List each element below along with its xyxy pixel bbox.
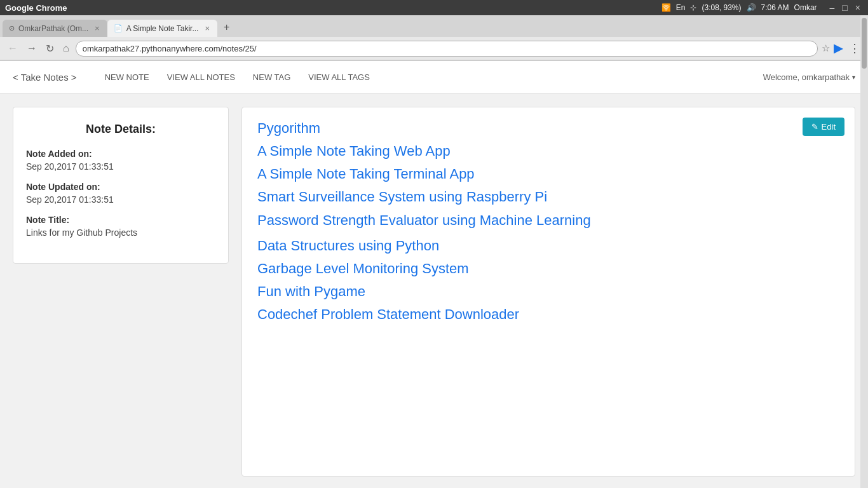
clock: 7:06 AM bbox=[761, 3, 789, 12]
edit-button[interactable]: ✎ Edit bbox=[803, 118, 844, 136]
note-link-pygorithm[interactable]: Pygorithm bbox=[257, 120, 839, 137]
tab-note[interactable]: 📄 A Simple Note Takir... × bbox=[107, 20, 217, 37]
os-user: Omkar bbox=[794, 3, 817, 12]
tab-note-close[interactable]: × bbox=[205, 24, 210, 33]
updated-value: Sep 20,2017 01:33:51 bbox=[26, 194, 215, 205]
nav-user-caret: ▾ bbox=[852, 74, 855, 81]
note-title-label: Note Title: bbox=[26, 215, 215, 225]
note-link-data-structures[interactable]: Data Structures using Python bbox=[257, 238, 839, 254]
tab-github[interactable]: ⊙ OmkarPathak (Om... × bbox=[3, 20, 107, 37]
page-scrollbar[interactable] bbox=[860, 15, 868, 488]
note-link-codechef[interactable]: Codechef Problem Statement Downloader bbox=[257, 306, 839, 323]
note-link-surveillance[interactable]: Smart Surveillance System using Raspberr… bbox=[257, 189, 839, 205]
address-input[interactable] bbox=[76, 41, 818, 57]
tab-note-label: A Simple Note Takir... bbox=[126, 24, 199, 33]
wifi-icon: 🛜 bbox=[661, 3, 671, 12]
bookmark-star-icon[interactable]: ☆ bbox=[822, 43, 830, 54]
note-link-garbage[interactable]: Garbage Level Monitoring System bbox=[257, 261, 839, 277]
edit-icon: ✎ bbox=[811, 122, 818, 132]
note-content-panel: ✎ Edit Pygorithm A Simple Note Taking We… bbox=[241, 107, 855, 477]
nav-view-all-tags[interactable]: VIEW ALL TAGS bbox=[299, 62, 379, 92]
note-link-password[interactable]: Password Strength Evaluator using Machin… bbox=[257, 212, 839, 230]
note-details-panel: Note Details: Note Added on: Sep 20,2017… bbox=[13, 107, 229, 264]
volume-icon: 🔊 bbox=[747, 3, 756, 12]
home-button[interactable]: ⌂ bbox=[60, 41, 72, 55]
app-nav: < Take Notes > NEW NOTE VIEW ALL NOTES N… bbox=[0, 61, 868, 94]
note-link-web-app[interactable]: A Simple Note Taking Web App bbox=[257, 143, 839, 159]
updated-label: Note Updated on: bbox=[26, 182, 215, 192]
note-title-value: Links for my Github Projects bbox=[26, 227, 215, 238]
nav-new-note[interactable]: NEW NOTE bbox=[96, 62, 158, 92]
tab-note-icon: 📄 bbox=[114, 24, 123, 32]
panel-title: Note Details: bbox=[26, 123, 215, 136]
os-bar: Google Chrome 🛜 omkarpathak27.pythonanyw… bbox=[0, 0, 868, 15]
tab-github-label: OmkarPathak (Om... bbox=[18, 24, 88, 33]
tab-github-icon: ⊙ bbox=[9, 24, 15, 32]
nav-user-label: Welcome, omkarpathak bbox=[763, 72, 850, 82]
minimize-button[interactable]: – bbox=[827, 3, 837, 13]
browser-chrome: ⊙ OmkarPathak (Om... × 📄 A Simple Note T… bbox=[0, 15, 868, 61]
window-controls[interactable]: – □ × bbox=[827, 3, 863, 13]
note-link-pygame[interactable]: Fun with Pygame bbox=[257, 283, 839, 300]
nav-brand[interactable]: < Take Notes > bbox=[13, 72, 77, 83]
nav-user-menu[interactable]: Welcome, omkarpathak ▾ bbox=[763, 72, 855, 82]
os-title: Google Chrome bbox=[5, 3, 67, 13]
tab-bar: ⊙ OmkarPathak (Om... × 📄 A Simple Note T… bbox=[0, 15, 868, 37]
os-status-area: 🛜 omkarpathak27.pythonanywhere.com/notes… bbox=[661, 3, 863, 13]
note-link-terminal-app[interactable]: A Simple Note Taking Terminal App bbox=[257, 166, 839, 182]
close-button[interactable]: × bbox=[853, 3, 863, 13]
added-value: Sep 20,2017 01:33:51 bbox=[26, 161, 215, 172]
battery-label: (3:08, 93%) bbox=[702, 3, 741, 12]
lang-label: En bbox=[676, 3, 686, 12]
nav-new-tag[interactable]: NEW TAG bbox=[244, 62, 299, 92]
nav-view-all-notes[interactable]: VIEW ALL NOTES bbox=[158, 62, 244, 92]
scroll-thumb[interactable] bbox=[862, 18, 867, 69]
added-label: Note Added on: bbox=[26, 149, 215, 159]
new-tab-button[interactable]: + bbox=[217, 18, 236, 37]
bluetooth-icon: ⊹ bbox=[690, 3, 696, 12]
chrome-refresh-icon: ▶ bbox=[834, 41, 843, 55]
forward-button[interactable]: → bbox=[24, 41, 39, 55]
tab-github-close[interactable]: × bbox=[95, 24, 100, 33]
maximize-button[interactable]: □ bbox=[839, 3, 850, 13]
reload-button[interactable]: ↻ bbox=[43, 41, 57, 56]
back-button[interactable]: ← bbox=[5, 41, 20, 55]
edit-label: Edit bbox=[822, 122, 836, 132]
address-bar: ← → ↻ ⌂ ☆ ▶ ⋮ bbox=[0, 37, 868, 60]
main-content: Note Details: Note Added on: Sep 20,2017… bbox=[0, 94, 868, 488]
